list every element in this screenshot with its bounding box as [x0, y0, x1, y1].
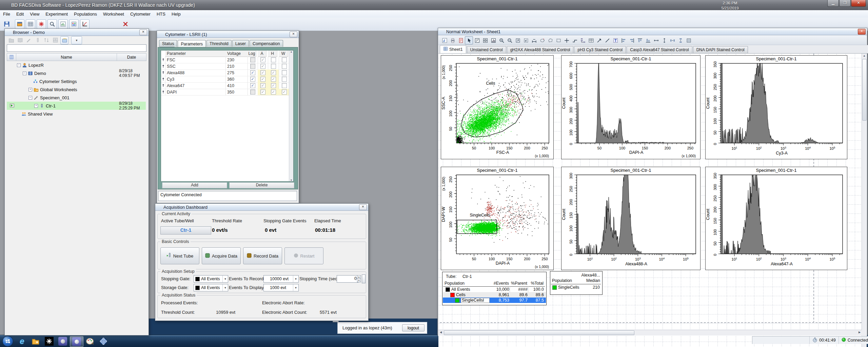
time-slider[interactable]	[362, 274, 366, 283]
plot-dapi-count[interactable]: Specimen_001-Ctr-150100150200250DAPI-A(x…	[561, 55, 701, 159]
checkbox[interactable]: ✓	[260, 70, 265, 75]
param-voltage[interactable]: 210	[225, 63, 248, 70]
app-purple-active-icon[interactable]	[70, 336, 83, 347]
cytometer-close-icon[interactable]: ✕	[290, 32, 297, 37]
checkbox[interactable]: ✓	[250, 83, 255, 88]
inspector-icon[interactable]	[47, 19, 57, 29]
stats-row-singlecellsl[interactable]: SingleCellsl8,75397.787.5	[443, 298, 546, 303]
facsdiva-splash-icon[interactable]	[43, 336, 56, 346]
worksheet-chart-icon[interactable]	[58, 19, 68, 29]
tree-row-demo[interactable]: −Demo8/29/18 4:09:57 PM	[7, 69, 146, 77]
menu-experiment[interactable]: Experiment	[42, 12, 71, 17]
app-purple-icon[interactable]	[56, 336, 69, 346]
delete-button[interactable]: Delete	[229, 182, 294, 188]
worksheet-tab-dna-dapi-stained-control[interactable]: DNA DAPI Stained Control	[693, 46, 748, 53]
collapse-icon[interactable]: −	[17, 63, 21, 67]
param-voltage[interactable]: 275	[225, 69, 248, 76]
space-v-icon[interactable]	[676, 36, 685, 44]
next-tube-button[interactable]: Next Tube	[160, 247, 199, 264]
table-scrollbar[interactable]: ▲▼	[289, 50, 293, 181]
browser-filter-input[interactable]	[7, 44, 146, 52]
add-button[interactable]: Add	[162, 182, 227, 188]
dashboard-close-icon[interactable]: ✕	[359, 204, 367, 210]
line-tool-icon[interactable]	[603, 36, 611, 44]
menu-help[interactable]: Help	[169, 12, 184, 17]
menu-cytometer[interactable]: Cytometer	[127, 12, 154, 17]
dot-plot-icon[interactable]	[473, 36, 481, 44]
collapse-icon[interactable]: −	[23, 72, 26, 75]
checkbox[interactable]: ✓	[260, 77, 265, 82]
taskbar-clock[interactable]: 2:36 PM5/21/2019	[715, 1, 745, 12]
tab-laser[interactable]: Laser	[232, 40, 249, 47]
start-orb[interactable]	[1, 336, 14, 346]
median-statistics-table[interactable]: Alexa48...MedianPopulationSingleCells210	[550, 271, 603, 295]
ie-icon[interactable]: e	[16, 336, 28, 346]
param-name[interactable]: Cy3	[165, 76, 226, 83]
align-right-icon[interactable]	[628, 36, 636, 44]
new-specimen-icon[interactable]	[25, 36, 33, 44]
plot-alexa488-count[interactable]: Specimen_001-Ctr-1101102103104105Alexa48…	[561, 167, 701, 270]
worksheet-tab-gh2ax-alexa488-stained-control[interactable]: gH2AX Alexa488 Stained Control	[507, 46, 574, 53]
worksheet-close-icon[interactable]: ✕	[858, 29, 866, 35]
select-cursor-icon[interactable]	[465, 36, 473, 44]
browser-icon[interactable]	[15, 19, 24, 29]
checkbox[interactable]: ✓	[260, 57, 265, 62]
param-voltage[interactable]: 410	[225, 82, 248, 89]
checkbox[interactable]	[250, 64, 255, 69]
checkbox[interactable]	[271, 57, 276, 62]
maximize-button[interactable]: ❐	[839, 0, 851, 7]
cytometer-titlebar[interactable]: Cytometer - LSRII (1) ✕	[157, 31, 299, 38]
interval-gate-icon[interactable]	[530, 36, 538, 44]
align-bottom-icon[interactable]	[644, 36, 652, 44]
checkbox[interactable]	[282, 70, 287, 75]
menu-worksheet[interactable]: Worksheet	[100, 12, 127, 17]
scroll-right-icon[interactable]: ▶	[857, 330, 862, 335]
median-row-singlecells[interactable]: SingleCells210	[551, 285, 602, 290]
active-tube-button[interactable]: Ctr-1	[160, 226, 211, 234]
checkbox[interactable]: ✓	[271, 70, 276, 75]
param-voltage[interactable]: 350	[225, 89, 248, 96]
param-voltage[interactable]: 360	[225, 76, 248, 83]
zoom-out-icon[interactable]	[506, 36, 514, 44]
polygon-gate-icon[interactable]	[546, 36, 554, 44]
menu-file[interactable]: File	[0, 12, 13, 17]
param-voltage[interactable]: 230	[225, 57, 248, 63]
shrink-icon[interactable]	[522, 36, 530, 44]
expand-icon[interactable]: +	[34, 104, 38, 108]
checkbox[interactable]	[282, 64, 287, 69]
new-panel-icon[interactable]	[60, 36, 68, 44]
tab-compensation[interactable]: Compensation	[250, 40, 283, 47]
expand-icon[interactable]	[514, 36, 522, 44]
checkbox[interactable]: ✓	[260, 89, 265, 95]
plot-cy3-count[interactable]: Specimen_001-Ctr-1101102103104105Cy3-A05…	[705, 55, 847, 159]
tree-row-ctr-1[interactable]: +Ctr-18/29/18 2:25:29 PM	[7, 102, 146, 110]
close-button[interactable]: ✕	[851, 0, 866, 7]
checkbox[interactable]: ✓	[282, 89, 287, 95]
panel-dropdown-button[interactable]: ▼	[71, 36, 82, 44]
histogram-icon[interactable]	[489, 36, 497, 44]
browser-close-icon[interactable]: ✕	[139, 29, 147, 35]
tree-row-specimen-001[interactable]: −Specimen_001	[7, 94, 146, 102]
restart-button[interactable]: Restart	[284, 247, 323, 264]
checkbox[interactable]: ✓	[271, 83, 276, 88]
tree-row-shared-view[interactable]: Shared View	[7, 110, 146, 118]
plot-alexa647-count[interactable]: Specimen_001-Ctr-1101102103104105Alexa64…	[705, 167, 847, 270]
checkbox[interactable]	[282, 77, 287, 82]
population-statistics-table[interactable]: Tube: Ctr-1Population#Events%Parent%Tota…	[442, 272, 547, 305]
new-worksheet-icon[interactable]	[440, 36, 449, 44]
worksheet-tab-casp3-alexa647-stained-control[interactable]: Casp3 Alexa647 Stained Control	[627, 46, 692, 53]
hinge-gate-icon[interactable]	[571, 36, 579, 44]
param-name[interactable]: FSC	[165, 57, 226, 63]
worksheet-canvas[interactable]: Specimen_001-Ctr-150100150200250FSC-A(x …	[438, 54, 862, 347]
scroll-up-icon[interactable]: ▲	[862, 54, 867, 58]
checkbox[interactable]	[282, 83, 287, 88]
print-icon[interactable]	[449, 36, 457, 44]
scroll-left-icon[interactable]: ◀	[438, 330, 443, 335]
column-date[interactable]: Date	[117, 54, 146, 61]
explorer-icon[interactable]	[29, 336, 42, 346]
checkbox[interactable]: ✓	[271, 89, 276, 95]
contour-plot-icon[interactable]	[481, 36, 489, 44]
delete-red-icon[interactable]	[121, 19, 130, 29]
zoom-in-icon[interactable]	[497, 36, 506, 44]
hierarchy-icon[interactable]	[579, 36, 587, 44]
